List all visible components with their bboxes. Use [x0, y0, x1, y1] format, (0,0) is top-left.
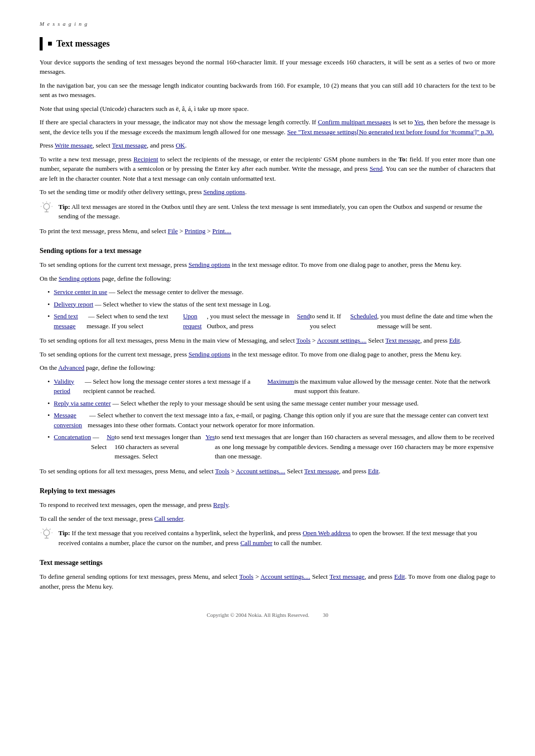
bullet-delivery-report: Delivery report — Select whether to view…: [40, 300, 495, 309]
reply-link[interactable]: Reply: [213, 501, 228, 508]
sending-options-para-3: To set sending options for all text mess…: [40, 336, 495, 346]
page-footer: Copyright © 2004 Nokia. All Rights Reser…: [40, 611, 495, 619]
message-conversion-link[interactable]: Message conversion: [54, 410, 88, 430]
bullet-concatenation: Concatenation — Select No to send text m…: [40, 432, 495, 461]
tip-icon-1: [40, 201, 54, 219]
tip-content-1: Tip: All text messages are stored in the…: [58, 202, 495, 221]
svg-line-3: [43, 202, 44, 203]
text-message-link-2[interactable]: Text message: [385, 337, 420, 344]
edit-link-2[interactable]: Edit: [368, 467, 379, 475]
print-link[interactable]: Print....: [213, 227, 231, 235]
intro-para-5: Press Write message, select Text message…: [40, 141, 495, 151]
tools-link-1[interactable]: Tools: [296, 337, 311, 344]
intro-para-3: Note that using special (Unicode) charac…: [40, 104, 495, 114]
sending-options-link-2[interactable]: Sending options: [189, 261, 230, 268]
concatenation-link[interactable]: Concatenation: [54, 432, 91, 461]
sending-options-para-4: To set sending options for the current t…: [40, 350, 495, 359]
file-link[interactable]: File: [168, 227, 178, 235]
call-sender-link[interactable]: Call sender: [155, 515, 183, 522]
sending-time-para: To set the sending time or modify other …: [40, 187, 495, 197]
replying-heading: Replying to text messages: [40, 486, 495, 496]
bullet-validity-period: Validity period — Select how long the me…: [40, 377, 495, 396]
bullet-message-conversion: Message conversion — Select whether to c…: [40, 410, 495, 430]
svg-line-12: [50, 529, 51, 530]
upon-request-link[interactable]: Upon request: [183, 311, 207, 331]
account-settings-link-1[interactable]: Account settings....: [317, 337, 367, 344]
sending-options-heading: Sending options for a text message: [40, 246, 495, 256]
intro-para-2: In the navigation bar, you can see the m…: [40, 81, 495, 100]
intro-para-4: If there are special characters in your …: [40, 117, 495, 137]
send-link-1[interactable]: Send: [370, 165, 382, 172]
section-title: Text messages: [40, 37, 495, 50]
sending-options-bullets-1: Service center in use — Select the messa…: [40, 287, 495, 331]
svg-line-4: [50, 202, 51, 203]
replying-para-1: To respond to received text messages, op…: [40, 500, 495, 510]
sending-options-bullets-2: Validity period — Select how long the me…: [40, 377, 495, 461]
sending-options-link-3[interactable]: Sending options: [189, 351, 230, 358]
edit-link-3[interactable]: Edit: [394, 573, 405, 580]
yes-link[interactable]: Yes: [414, 118, 424, 126]
sending-options-para-6: To set sending options for all text mess…: [40, 466, 495, 476]
svg-line-11: [43, 529, 44, 530]
maximum-link[interactable]: Maximum: [268, 377, 294, 396]
sending-options-para-5: On the Advanced page, define the followi…: [40, 363, 495, 373]
tools-link-2[interactable]: Tools: [215, 467, 229, 475]
account-settings-link-2[interactable]: Account settings....: [236, 467, 285, 475]
text-message-settings-para: To define general sending options for te…: [40, 572, 495, 591]
reply-via-same-center-link[interactable]: Reply via same center: [54, 399, 111, 408]
open-web-address-link[interactable]: Open Web address: [303, 529, 351, 537]
svg-point-8: [44, 530, 50, 536]
replying-para-2: To call the sender of the text message, …: [40, 514, 495, 524]
text-message-link[interactable]: Text message: [112, 142, 147, 149]
call-number-link[interactable]: Call number: [240, 539, 272, 547]
svg-point-0: [44, 203, 50, 209]
validity-period-link[interactable]: Validity period: [54, 377, 83, 396]
send-link-2[interactable]: Send: [297, 311, 310, 331]
send-text-message-link[interactable]: Send text message: [54, 311, 87, 331]
text-message-settings-heading: Text message settings: [40, 557, 495, 568]
tools-link-3[interactable]: Tools: [239, 573, 254, 580]
writing-paragraph: To write a new text message, press Recip…: [40, 154, 495, 184]
write-message-link[interactable]: Write message: [54, 142, 92, 149]
page-header: M e s s a g i n g: [40, 20, 495, 28]
scheduled-link[interactable]: Scheduled: [350, 311, 377, 331]
tip-content-2: Tip: If the text message that you receiv…: [58, 528, 495, 548]
recipient-link[interactable]: Recipient: [133, 155, 158, 163]
account-settings-link-3[interactable]: Account settings....: [261, 573, 310, 580]
delivery-report-link[interactable]: Delivery report: [54, 300, 94, 309]
text-message-link-4[interactable]: Text message: [329, 573, 365, 580]
tip-box-2: Tip: If the text message that you receiv…: [40, 528, 495, 548]
footer-page-number: 30: [323, 612, 328, 618]
bullet-send-text-message: Send text message — Select when to send …: [40, 311, 495, 331]
intro-para-1: Your device supports the sending of text…: [40, 57, 495, 77]
edit-link-1[interactable]: Edit: [449, 337, 460, 344]
printing-link[interactable]: Printing: [185, 227, 206, 235]
no-link[interactable]: No: [107, 432, 114, 461]
sending-options-para-2: On the Sending options page, define the …: [40, 274, 495, 284]
tip-label-1: Tip:: [58, 203, 70, 210]
sending-options-para-1: To set sending options for the current t…: [40, 260, 495, 270]
footer-copyright: Copyright © 2004 Nokia. All Rights Reser…: [207, 612, 309, 618]
bullet-reply-via-same-center: Reply via same center — Select whether t…: [40, 399, 495, 408]
text-message-settings-link[interactable]: See "Text message settings[No generated …: [287, 128, 494, 136]
tip-icon-2: [40, 527, 54, 546]
text-message-link-3[interactable]: Text message: [304, 467, 339, 475]
tip-box-1: Tip: All text messages are stored in the…: [40, 202, 495, 221]
bullet-service-center: Service center in use — Select the messa…: [40, 287, 495, 297]
confirm-multipart-link[interactable]: Confirm multipart messages: [318, 118, 391, 126]
sending-options-page-link[interactable]: Sending options: [58, 275, 100, 282]
print-para: To print the text message, press Menu, a…: [40, 226, 495, 236]
yes-link-2[interactable]: Yes: [206, 432, 215, 461]
sending-options-link-1[interactable]: Sending options: [204, 188, 245, 196]
advanced-page-link[interactable]: Advanced: [58, 364, 85, 371]
tip-label-2: Tip:: [58, 529, 70, 537]
ok-link[interactable]: OK: [176, 142, 185, 149]
service-center-link[interactable]: Service center in use: [54, 287, 107, 297]
